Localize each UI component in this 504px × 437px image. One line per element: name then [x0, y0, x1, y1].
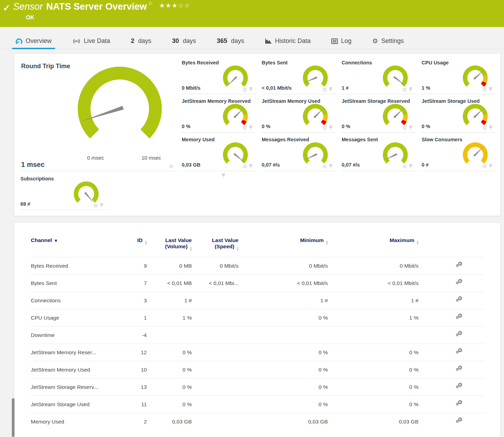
priority-flag-icon[interactable]: ⚐: [148, 1, 153, 7]
page-scrollbar-thumb[interactable]: [12, 398, 15, 437]
gauge-settings-gear-icon[interactable]: ⚙: [169, 164, 173, 169]
channel-settings-gears-icon[interactable]: ⚙⚙: [456, 418, 464, 425]
cell-actions: ⚙⚙: [418, 344, 484, 361]
gauge-pin-icon[interactable]: [249, 164, 253, 169]
gauge-cell-jetstream-storage-reserved[interactable]: JetStream Storage Reserved 0 % ⚙: [342, 94, 416, 133]
gauge-pin-icon[interactable]: [249, 126, 253, 130]
cell-id: 11: [116, 396, 147, 413]
channel-settings-gears-icon[interactable]: ⚙⚙: [456, 400, 464, 407]
tab-overview[interactable]: Overview: [12, 33, 55, 49]
cell-actions: ⚙⚙: [418, 361, 484, 378]
gauge-settings-gear-icon[interactable]: ⚙: [483, 125, 487, 131]
channel-gauge: [300, 141, 331, 166]
tab-number: 30: [172, 37, 179, 45]
gauge-pin-icon[interactable]: [489, 164, 493, 169]
gauge-pin-icon[interactable]: [329, 87, 333, 92]
table-row[interactable]: Bytes Sent 7 < 0,01 MB < 0,01 Mbi... < 0…: [31, 275, 484, 292]
channel-gauge: [300, 102, 331, 127]
gauge-cell-jetstream-memory-reserved[interactable]: JetStream Memory Reserved 0 % ⚙: [182, 94, 256, 133]
table-row[interactable]: Downtime -4 ⚙⚙: [31, 327, 484, 344]
gauge-settings-gear-icon[interactable]: ⚙: [483, 87, 487, 92]
channel-settings-gears-icon[interactable]: ⚙⚙: [456, 366, 464, 373]
gauge-cell-slow-consumers[interactable]: Slow Consumers 0 # ⚙: [422, 133, 496, 171]
tab-label: Overview: [26, 37, 52, 45]
table-row[interactable]: Connections 3 1 # 1 # 1 # ⚙⚙: [31, 292, 484, 309]
gauge-cell-round-trip-time[interactable]: Round Trip Time 0 msec 10 msec 1 msec ⚙: [20, 56, 177, 171]
tab-30-days[interactable]: 30 days: [169, 33, 199, 49]
gauge-pin-icon[interactable]: [329, 126, 333, 130]
gauge-cell-bytes-received[interactable]: Bytes Received 0 Mbit/s ⚙: [182, 56, 256, 94]
gauge-settings-gear-icon[interactable]: ⚙: [403, 164, 407, 169]
cell-last-value-speed: [192, 361, 238, 378]
gauge-settings-gear-icon[interactable]: ⚙: [403, 87, 407, 92]
tab-2-days[interactable]: 2 days: [127, 33, 155, 49]
cell-channel: Bytes Sent: [31, 275, 116, 292]
gauge-value: 0,07 #/s: [342, 162, 360, 168]
gauge-pin-icon[interactable]: [222, 173, 225, 178]
gauge-settings-gear-icon[interactable]: ⚙: [483, 164, 487, 169]
gauge-settings-gear-icon[interactable]: ⚙: [243, 125, 247, 131]
cell-minimum: 0 %: [238, 309, 328, 327]
table-row[interactable]: JetStream Storage Reserv... 13 0 % 0 % 0…: [31, 378, 484, 396]
gauge-settings-gear-icon[interactable]: ⚙: [93, 203, 98, 208]
channel-settings-gears-icon[interactable]: ⚙⚙: [456, 383, 464, 390]
gauge-settings-gear-icon[interactable]: ⚙: [243, 87, 247, 92]
channel-settings-gears-icon[interactable]: ⚙⚙: [456, 262, 464, 269]
table-row[interactable]: Bytes Received 9 0 MB 0 Mbit/s 0 Mbit/s …: [31, 257, 484, 275]
gauge-cell-subscriptions[interactable]: Subscriptions 69 # ⚙: [20, 172, 107, 210]
gauge-cell-jetstream-memory-used[interactable]: JetStream Memory Used 0 % ⚙: [262, 94, 336, 133]
column-header-last-value-volume[interactable]: Last Value (Volume)▴▾: [147, 235, 192, 257]
table-row[interactable]: JetStream Storage Used 11 0 % 0 % 0 % ⚙⚙: [31, 396, 484, 413]
cell-maximum: 1 #: [328, 292, 418, 309]
gauge-pin-icon[interactable]: [489, 87, 493, 92]
cell-maximum: 0 %: [328, 344, 418, 361]
gauge-settings-gear-icon[interactable]: ⚙: [323, 164, 327, 169]
table-row[interactable]: CPU Usage 1 1 % 0 % 1 % ⚙⚙: [31, 309, 484, 327]
channel-settings-gears-icon[interactable]: ⚙⚙: [456, 348, 464, 355]
column-header-last-value-speed[interactable]: Last Value (Speed)▴▾: [192, 235, 238, 257]
tab-365-days[interactable]: 365 days: [213, 33, 248, 49]
table-row[interactable]: Memory Used 2 0,03 GB 0,03 GB 0,03 GB ⚙⚙: [31, 413, 484, 430]
cell-last-value-speed: [192, 292, 238, 309]
channel-settings-gears-icon[interactable]: ⚙⚙: [456, 314, 464, 321]
column-header-minimum[interactable]: Minimum▴▾: [238, 235, 328, 257]
gauge-settings-gear-icon[interactable]: ⚙: [243, 164, 247, 169]
gauge-pin-icon[interactable]: [409, 126, 413, 130]
gauge-pin-icon[interactable]: [489, 126, 493, 130]
table-row[interactable]: JetStream Memory Used 10 0 % 0 % 0 % ⚙⚙: [31, 361, 484, 378]
cell-id: 12: [116, 344, 147, 361]
gauge-pin-icon[interactable]: [409, 87, 413, 92]
gauge-pin-icon[interactable]: [329, 164, 333, 169]
gauge-cell-connections[interactable]: Connections 1 # ⚙: [342, 56, 416, 94]
tab-log[interactable]: Log: [328, 33, 355, 49]
channel-settings-gears-icon[interactable]: ⚙⚙: [456, 331, 464, 338]
tab-label: Log: [341, 37, 351, 45]
gauge-cell-bytes-sent[interactable]: Bytes Sent < 0,01 Mbit/s ⚙: [262, 56, 336, 94]
gauge-value: 0 %: [262, 124, 270, 129]
gauge-cell-jetstream-storage-used[interactable]: JetStream Storage Used 0 % ⚙: [422, 94, 496, 133]
channel-settings-gears-icon[interactable]: ⚙⚙: [456, 279, 464, 286]
gauge-cell-messages-sent[interactable]: Messages Sent 0,07 #/s ⚙: [342, 133, 416, 171]
channel-settings-gears-icon[interactable]: ⚙⚙: [456, 296, 464, 303]
small-gauges-bottom-row: Subscriptions 69 # ⚙: [20, 172, 500, 210]
table-row[interactable]: JetStream Memory Reser... 12 0 % 0 % 0 %…: [31, 344, 484, 361]
tab-settings[interactable]: ⚙ Settings: [369, 33, 407, 49]
gauge-settings-gear-icon[interactable]: ⚙: [323, 125, 327, 131]
sort-icon: ▴▾: [145, 240, 147, 245]
tab-live-data[interactable]: Live Data: [69, 33, 114, 49]
column-header-maximum[interactable]: Maximum▴▾: [328, 235, 418, 257]
gauge-settings-gear-icon[interactable]: ⚙: [403, 125, 407, 131]
priority-stars[interactable]: ★★★☆☆: [159, 2, 191, 9]
gauge-cell-messages-received[interactable]: Messages Received 0,07 #/s ⚙: [262, 133, 336, 171]
tab-historic-data[interactable]: Historic Data: [261, 33, 314, 49]
gauge-cell-cpu-usage[interactable]: CPU Usage 1 % ⚙: [422, 56, 496, 94]
gauge-pin-icon[interactable]: [249, 87, 253, 92]
cell-actions: ⚙⚙: [418, 292, 484, 309]
gauge-settings-gear-icon[interactable]: ⚙: [323, 87, 327, 92]
gauge-pin-icon[interactable]: [409, 164, 413, 169]
gauge-cell-memory-used[interactable]: Memory Used 0,03 GB ⚙: [182, 133, 256, 171]
gauge-pin-icon[interactable]: [100, 203, 104, 208]
column-header-channel[interactable]: Channel▾: [31, 235, 116, 257]
column-header-id[interactable]: ID▴▾: [116, 235, 147, 257]
cell-actions: ⚙⚙: [418, 327, 484, 344]
